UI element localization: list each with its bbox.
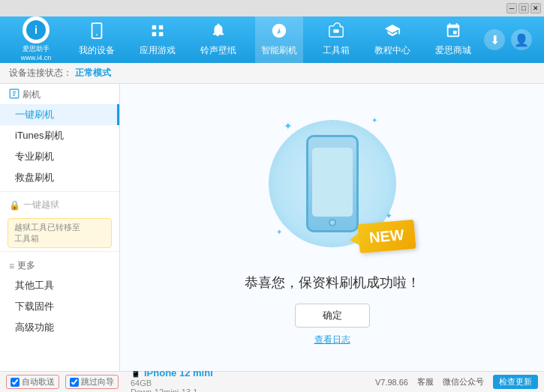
sidebar-section-more: ≡ 更多 (0, 255, 119, 275)
sidebar-item-download[interactable]: 下载固件 (0, 296, 119, 317)
sidebar: 刷机 一键刷机 iTunes刷机 专业刷机 救盘刷机 🔒 一键越狱 越狱工具已转… (0, 84, 120, 371)
confirm-button[interactable]: 确定 (295, 304, 370, 328)
lock-icon: 🔒 (9, 200, 20, 211)
nav-item-mydevice[interactable]: 我的设备 (73, 16, 121, 63)
view-log-link[interactable]: 查看日志 (314, 334, 350, 346)
flash-section-icon (9, 88, 20, 101)
sparkle-2: ✦ (371, 116, 377, 124)
close-btn[interactable]: ✕ (530, 3, 541, 13)
more-section-icon: ≡ (9, 261, 14, 271)
nav-label-shop: 爱思商城 (435, 44, 471, 57)
minimize-btn[interactable]: ─ (506, 3, 517, 13)
nav-label-apps: 应用游戏 (140, 44, 176, 57)
success-title: 恭喜您，保资料刷机成功啦！ (245, 274, 420, 292)
more-section-label: 更多 (17, 259, 35, 272)
ringtone-icon (210, 22, 227, 41)
sidebar-warning-jailbreak: 越狱工具已转移至工具箱 (8, 218, 112, 248)
nav-right: ⬇ 👤 (484, 29, 538, 50)
flash-section-label: 刷机 (23, 88, 41, 101)
account-btn[interactable]: 👤 (511, 29, 532, 50)
logo-text: 爱思助手www.i4.cn (21, 45, 52, 62)
shop-icon (445, 22, 461, 41)
phone-home (329, 219, 336, 226)
status-label: 设备连接状态： (9, 67, 72, 79)
nav-item-flash[interactable]: 智能刷机 (255, 16, 303, 63)
apps-icon (149, 22, 166, 41)
skipwizard-check[interactable] (70, 378, 79, 387)
phone-screen (312, 148, 353, 217)
autodeploy-check[interactable] (11, 378, 20, 387)
sidebar-divider-1 (0, 191, 119, 192)
version-label: V7.98.66 (375, 378, 408, 387)
sidebar-item-pro[interactable]: 专业刷机 (0, 146, 119, 167)
nav-item-ringtone[interactable]: 铃声壁纸 (194, 16, 242, 63)
phone-body (306, 135, 359, 232)
status-value: 正常模式 (75, 67, 111, 79)
autodeploy-label: 自动歌送 (22, 376, 55, 388)
sidebar-item-advanced[interactable]: 高级功能 (0, 317, 119, 338)
bottom-bar: 自动歌送 跳过向导 📱 iPhone 12 mini 64GB Down-12m… (0, 371, 544, 392)
checkbox-skipwizard[interactable]: 跳过向导 (65, 375, 119, 389)
sidebar-item-othertools[interactable]: 其他工具 (0, 275, 119, 296)
customer-service-link[interactable]: 客服 (417, 376, 434, 388)
nav-label-tools: 工具箱 (323, 44, 350, 57)
skipwizard-label: 跳过向导 (81, 376, 114, 388)
logo-icon: i (23, 16, 50, 43)
sidebar-section-flash: 刷机 (0, 84, 119, 104)
nav-item-tools[interactable]: 工具箱 (317, 16, 356, 63)
locked-label: 一键越狱 (23, 199, 59, 211)
flash-icon (271, 22, 287, 41)
device-storage: 64GB (131, 379, 213, 388)
wechat-link[interactable]: 微信公众号 (443, 376, 484, 388)
maximize-btn[interactable]: □ (518, 3, 529, 13)
sidebar-locked-jailbreak: 🔒 一键越狱 (0, 195, 119, 215)
sidebar-item-onekey[interactable]: 一键刷机 (0, 104, 119, 125)
tools-icon (328, 22, 344, 41)
sidebar-divider-2 (0, 251, 119, 252)
svg-text:i: i (35, 24, 38, 36)
content-area: ✦ ✦ ✦ ✦ NEW 恭喜您，保资料刷机成功啦！ 确定 查看日志 (120, 84, 544, 371)
mydevice-icon (89, 22, 105, 41)
title-bar: ─ □ ✕ (0, 0, 544, 16)
nav-label-tutorial: 教程中心 (374, 44, 410, 57)
sparkle-3: ✦ (276, 228, 282, 236)
sidebar-item-rescue[interactable]: 救盘刷机 (0, 167, 119, 188)
nav-item-shop[interactable]: 爱思商城 (429, 16, 477, 63)
bottom-section: 自动歌送 跳过向导 📱 iPhone 12 mini 64GB Down-12m… (0, 371, 544, 392)
nav-label-flash: 智能刷机 (261, 44, 297, 57)
nav-label-ringtone: 铃声壁纸 (200, 44, 236, 57)
svg-rect-4 (333, 29, 338, 33)
nav-item-apps[interactable]: 应用游戏 (134, 16, 182, 63)
bottom-right: V7.98.66 客服 微信公众号 检查更新 (375, 375, 538, 389)
nav-label-mydevice: 我的设备 (79, 44, 115, 57)
main-layout: 刷机 一键刷机 iTunes刷机 专业刷机 救盘刷机 🔒 一键越狱 越狱工具已转… (0, 84, 544, 371)
update-button[interactable]: 检查更新 (493, 375, 538, 389)
svg-rect-2 (92, 23, 101, 38)
new-badge: NEW (357, 220, 416, 253)
sparkle-1: ✦ (284, 120, 293, 132)
nav-item-tutorial[interactable]: 教程中心 (368, 16, 416, 63)
nav-items: 我的设备 应用游戏 铃声壁纸 智能刷机 工具箱 (66, 16, 484, 63)
nav-bar: i 爱思助手www.i4.cn 我的设备 应用游戏 铃声壁纸 (0, 16, 544, 63)
download-btn[interactable]: ⬇ (484, 29, 505, 50)
status-bar: 设备连接状态： 正常模式 (0, 63, 544, 84)
checkbox-autodeploy[interactable]: 自动歌送 (6, 375, 59, 389)
tutorial-icon (384, 22, 401, 41)
phone-illustration: ✦ ✦ ✦ ✦ NEW (265, 109, 400, 259)
sidebar-item-itunes[interactable]: iTunes刷机 (0, 125, 119, 146)
sparkle-4: ✦ (385, 211, 392, 221)
app-logo: i 爱思助手www.i4.cn (6, 16, 66, 62)
